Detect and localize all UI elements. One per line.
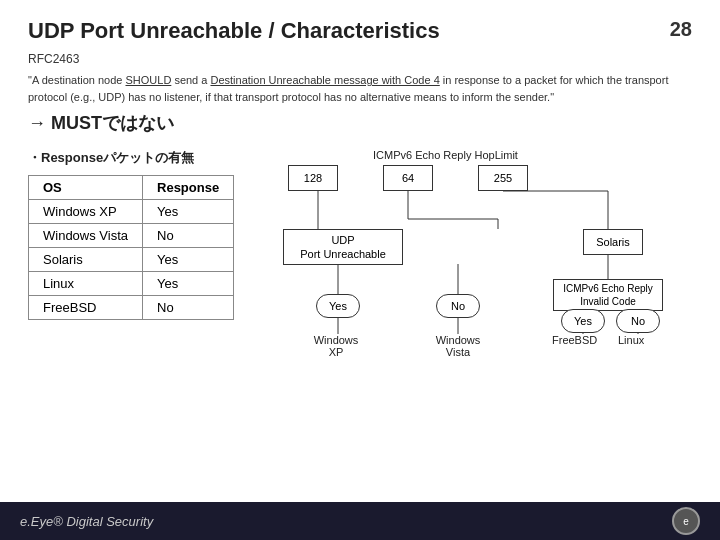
- footer: e.Eye® Digital Security e: [0, 502, 720, 540]
- fc-node-windowsvista: WindowsVista: [426, 334, 490, 358]
- footer-logo-letter: e: [683, 516, 689, 527]
- footer-logo-circle: e: [672, 507, 700, 535]
- os-name: Linux: [29, 272, 143, 296]
- os-name: FreeBSD: [29, 296, 143, 320]
- os-response: Yes: [143, 272, 234, 296]
- os-response: No: [143, 224, 234, 248]
- os-response: No: [143, 296, 234, 320]
- fc-node-no2: No: [616, 309, 660, 333]
- os-name: Windows XP: [29, 200, 143, 224]
- table-row: Solaris Yes: [29, 248, 234, 272]
- col-os: OS: [29, 176, 143, 200]
- flowchart: ICMPv6 Echo Reply HopLimit 128 64 255 UD…: [278, 149, 658, 429]
- os-table: OS Response Windows XP Yes Windows Vista…: [28, 175, 234, 320]
- os-response: Yes: [143, 200, 234, 224]
- slide-title: UDP Port Unreachable / Characteristics: [28, 18, 632, 44]
- fc-node-255: 255: [478, 165, 528, 191]
- fc-node-64: 64: [383, 165, 433, 191]
- slide-container: 28 UDP Port Unreachable / Characteristic…: [0, 0, 720, 540]
- os-name: Windows Vista: [29, 224, 143, 248]
- right-panel: ICMPv6 Echo Reply HopLimit 128 64 255 UD…: [278, 149, 692, 429]
- fc-node-invalid: ICMPv6 Echo ReplyInvalid Code: [553, 279, 663, 311]
- fc-node-freebsd: FreeBSD: [552, 334, 597, 346]
- left-panel: ・Responseパケットの有無 OS Response Windows XP …: [28, 149, 248, 320]
- table-row: Linux Yes: [29, 272, 234, 296]
- fc-node-windowsxp: WindowsXP: [306, 334, 366, 358]
- main-content: ・Responseパケットの有無 OS Response Windows XP …: [28, 149, 692, 429]
- quote-text: "A destination node SHOULD send a Destin…: [28, 72, 692, 105]
- fc-node-solaris: Solaris: [583, 229, 643, 255]
- fc-node-yes2: Yes: [561, 309, 605, 333]
- rfc-label: RFC2463: [28, 52, 692, 66]
- table-row: Windows Vista No: [29, 224, 234, 248]
- fc-node-128: 128: [288, 165, 338, 191]
- footer-logo: e: [672, 507, 700, 535]
- fc-top-label: ICMPv6 Echo Reply HopLimit: [373, 149, 518, 161]
- table-row: Windows XP Yes: [29, 200, 234, 224]
- fc-node-udp: UDPPort Unreachable: [283, 229, 403, 265]
- col-response: Response: [143, 176, 234, 200]
- table-row: FreeBSD No: [29, 296, 234, 320]
- os-name: Solaris: [29, 248, 143, 272]
- must-line: → MUSTではない: [28, 111, 692, 135]
- fc-node-linux: Linux: [618, 334, 644, 346]
- fc-node-yes1: Yes: [316, 294, 360, 318]
- footer-brand-text: e.Eye® Digital Security: [20, 514, 153, 529]
- os-response: Yes: [143, 248, 234, 272]
- fc-node-no1: No: [436, 294, 480, 318]
- response-label: ・Responseパケットの有無: [28, 149, 248, 167]
- slide-number: 28: [670, 18, 692, 41]
